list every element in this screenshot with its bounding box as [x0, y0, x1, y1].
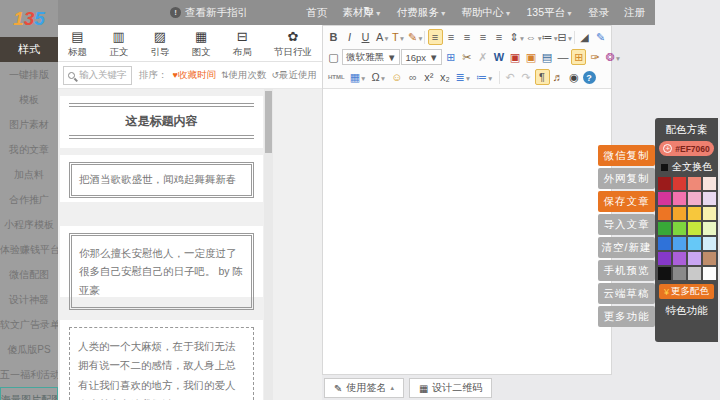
cloud-draft-button[interactable]: 云端草稿 — [598, 283, 655, 304]
text-to-speech-button[interactable]: ♬ — [551, 69, 566, 85]
tab-body-text[interactable]: ▥ 正文 — [109, 30, 128, 57]
insert-template-button[interactable]: ⊞ — [571, 49, 586, 65]
sidebar-item-styles[interactable]: 样式 — [0, 37, 58, 62]
tab-layout[interactable]: ⊟ 布局 — [233, 30, 252, 57]
undo-button[interactable]: ↶ — [503, 69, 518, 85]
nav-135-platform[interactable]: 135平台▼ — [527, 6, 573, 20]
color-swatch[interactable] — [673, 237, 686, 250]
color-swatch[interactable] — [703, 177, 716, 190]
color-swatch[interactable] — [688, 267, 701, 280]
wechat-copy-button[interactable]: 微信复制 — [598, 145, 655, 166]
color-swatch[interactable] — [703, 222, 716, 235]
notebook-button[interactable]: ▤ — [539, 49, 554, 65]
tab-title[interactable]: ▤ 标题 — [68, 30, 87, 57]
color-swatch[interactable] — [673, 222, 686, 235]
editor-canvas[interactable] — [323, 89, 611, 372]
color-swatch[interactable] — [658, 237, 671, 250]
sidebar-item-extras[interactable]: 加点料 — [0, 162, 58, 187]
color-swatch[interactable] — [658, 207, 671, 220]
color-swatch[interactable] — [658, 177, 671, 190]
image-library-button[interactable]: ▣ — [523, 49, 538, 65]
font-size-select[interactable]: 16px▼ — [401, 49, 442, 65]
nav-home[interactable]: 首页 — [306, 6, 327, 20]
palette-button[interactable]: ❂▼ — [603, 49, 618, 65]
word-import-button[interactable]: W — [491, 49, 506, 65]
use-signature-tab[interactable]: ✎ 使用签名 ▴ — [324, 378, 404, 398]
template-card-title[interactable]: 这是标题内容 — [60, 96, 263, 148]
horizontal-rule-button[interactable]: — — [555, 49, 570, 65]
sort-by-usage-count[interactable]: ⇅使用次数 — [221, 69, 267, 82]
color-swatch[interactable] — [673, 192, 686, 205]
list-style-button[interactable]: ≔▼ — [540, 29, 555, 45]
color-swatch[interactable] — [688, 207, 701, 220]
clear-new-button[interactable]: 清空/新建 — [598, 237, 655, 258]
template-card[interactable]: 把酒当歌歌盛世，闻鸡起舞舞新春 — [60, 155, 263, 202]
font-color-button[interactable]: A▼ — [374, 29, 389, 45]
color-swatch[interactable] — [673, 177, 686, 190]
letter-spacing-button[interactable]: ⇔▼ — [524, 29, 539, 45]
color-swatch[interactable] — [688, 177, 701, 190]
sidebar-item-easy-ps[interactable]: 傻瓜版PS — [0, 337, 58, 362]
underline-button[interactable]: U — [358, 29, 373, 45]
tab-image-text[interactable]: ▦ 图文 — [192, 30, 211, 57]
new-document-button[interactable]: ▢ — [326, 49, 341, 65]
full-text-recolor-button[interactable]: 全文换色 — [655, 156, 718, 177]
color-swatch[interactable] — [703, 267, 716, 280]
nav-material-library[interactable]: 素材库▼ — [342, 6, 381, 20]
color-swatch[interactable] — [703, 237, 716, 250]
nav-help-center[interactable]: 帮助中心▼ — [462, 6, 512, 20]
emoji-button[interactable]: ☺ — [389, 69, 404, 85]
sidebar-item-ad-orders[interactable]: 软文广告录单 — [0, 312, 58, 337]
color-swatch[interactable] — [688, 192, 701, 205]
sidebar-item-design-tool[interactable]: 设计神器 — [0, 287, 58, 312]
sidebar-item-stock-images[interactable]: 海量图片配图 — [0, 387, 58, 400]
special-char-button[interactable]: Ω▼ — [370, 69, 389, 85]
sidebar-item-cooperation[interactable]: 合作推广 — [0, 187, 58, 212]
sort-by-recent-use[interactable]: ↺最近使用 — [271, 69, 317, 82]
find-replace-button[interactable]: ◉ — [567, 69, 582, 85]
highlight-pen-button[interactable]: ✎▼ — [406, 29, 421, 45]
superscript-button[interactable]: x² — [421, 69, 436, 85]
refresh-icon[interactable]: ↻ — [363, 4, 374, 19]
color-swatch[interactable] — [673, 252, 686, 265]
external-copy-button[interactable]: 外网复制 — [598, 168, 655, 189]
color-swatch[interactable] — [658, 252, 671, 265]
color-swatch[interactable] — [658, 222, 671, 235]
text-bg-color-button[interactable]: T▼ — [390, 29, 405, 45]
color-swatch[interactable] — [703, 207, 716, 220]
sidebar-item-wechat-images[interactable]: 微信配图 — [0, 262, 58, 287]
color-swatch[interactable] — [658, 267, 671, 280]
template-card[interactable]: 人类的一个大麻烦，在于我们无法拥有说一不二的感情，敌人身上总有让我们喜欢的地方，… — [60, 320, 263, 400]
font-family-select[interactable]: 微软雅黑▼ — [342, 49, 400, 65]
clear-format-button[interactable]: ✗ — [475, 49, 490, 65]
app-logo[interactable]: 135 — [0, 0, 58, 37]
line-height-button[interactable]: ⇕▼ — [508, 29, 523, 45]
paragraph-mark-button[interactable]: ¶ — [535, 69, 550, 85]
color-swatch[interactable] — [658, 192, 671, 205]
eraser-button[interactable]: ◢ — [577, 29, 592, 45]
sidebar-item-templates[interactable]: 模板 — [0, 87, 58, 112]
sidebar-item-my-articles[interactable]: 我的文章 — [0, 137, 58, 162]
phone-preview-button[interactable]: 手机预览 — [598, 260, 655, 281]
align-justify-button[interactable]: ≡ — [476, 29, 491, 45]
tab-festival-industry[interactable]: ✿ 节日行业 — [274, 30, 312, 57]
sidebar-item-mayday-activity[interactable]: 五一福利活动 — [0, 362, 58, 387]
html-source-button[interactable]: HTML — [326, 69, 347, 85]
color-swatch[interactable] — [688, 222, 701, 235]
align-center-button[interactable]: ≡ — [444, 29, 459, 45]
paste-button[interactable]: ✂ — [459, 49, 474, 65]
ordered-list-button[interactable]: ≣▼ — [453, 69, 473, 85]
sidebar-item-image-material[interactable]: 图片素材 — [0, 112, 58, 137]
insert-date-button[interactable]: ▦▼ — [348, 69, 369, 85]
sidebar-item-earn-platform[interactable]: 体验赚钱平台 — [0, 237, 58, 262]
import-article-button[interactable]: 导入文章 — [598, 214, 655, 235]
bold-button[interactable]: B — [326, 29, 341, 45]
link-button[interactable]: ∞ — [405, 69, 420, 85]
redo-button[interactable]: ↷ — [519, 69, 534, 85]
sidebar-item-one-click-format[interactable]: 一键排版 — [0, 62, 58, 87]
tab-guide[interactable]: ▨ 引导 — [150, 30, 169, 57]
more-functions-button[interactable]: 更多功能 — [598, 306, 655, 327]
color-swatch[interactable] — [673, 267, 686, 280]
color-swatch[interactable] — [673, 207, 686, 220]
brush-button[interactable]: ✑ — [587, 49, 602, 65]
